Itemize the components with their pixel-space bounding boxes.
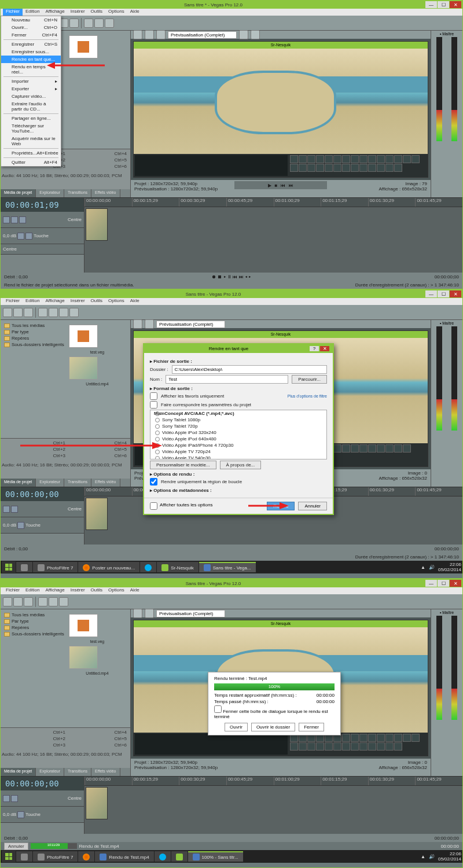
tray-vol-icon[interactable]: 🔊 [429,854,435,859]
format-item[interactable]: Vidéo Apple TV 540p30 [150,455,326,459]
tree-item[interactable]: Par type [3,329,67,335]
stop-icon[interactable]: ■ [275,183,278,188]
format-item[interactable]: Vidéo Apple iPad/iPhone 4 720p30 [150,442,326,448]
tool-icon[interactable] [69,19,79,28]
task-vegas[interactable]: Sans titre - Vega... [199,562,256,572]
tab-media[interactable]: Média de projet [1,189,36,197]
tool-icon[interactable] [59,308,68,317]
preview-tool-icon[interactable] [156,30,166,39]
tree-item[interactable]: Tous les médias [3,612,67,618]
menu-affichage[interactable]: Affichage [42,9,67,16]
preview-tool-icon[interactable] [133,319,142,329]
maximize-button[interactable]: ☐ [438,1,449,8]
open-folder-button[interactable]: Ouvrir le dossier [251,723,295,731]
mi-quit[interactable]: QuitterAlt+F4 [1,159,61,166]
minimize-button[interactable]: — [425,1,437,8]
tool-icon[interactable] [69,308,79,317]
taskbar-clock[interactable]: 22:0605/02/2014 [438,562,461,572]
menu-fichier[interactable]: Fichier [3,587,23,594]
mi-import[interactable]: Importer [1,78,61,85]
preview-quality-dropdown[interactable]: Prévisualisation (Complet) [156,321,225,328]
tool-icon[interactable] [3,308,12,317]
video-clip[interactable] [86,498,108,530]
task-vegas[interactable]: 100% - Sans titr... [188,851,243,862]
tray-up-icon[interactable]: ▲ [421,565,425,570]
menu-options[interactable]: Options [105,587,127,594]
mi-props[interactable]: Propriétés...Alt+Entrée [1,149,61,157]
tool-icon[interactable] [3,597,12,606]
more-filter-link[interactable]: Plus d'options de filtre [288,394,327,398]
mi-open[interactable]: Ouvrir...Ctrl+O [1,24,61,31]
tree-item[interactable]: Repères [3,624,67,631]
tree-item[interactable]: Par type [3,618,67,624]
task-nesquik[interactable] [171,851,188,862]
menu-outils[interactable]: Outils [88,298,105,305]
tool-icon[interactable] [13,597,23,606]
chk-loop-region[interactable] [150,478,157,486]
task-skype[interactable] [155,851,171,862]
tray-up-icon[interactable]: ▲ [421,854,425,859]
tool-icon[interactable] [94,19,104,28]
tool-icon[interactable] [84,19,93,28]
menu-options[interactable]: Options [105,298,127,305]
task-skype[interactable] [140,562,156,572]
tab-fx[interactable]: Effets vidéo [91,189,120,197]
chk-favorites[interactable] [150,392,157,400]
audio-track-header[interactable]: 0,0 dB Touche [1,228,84,244]
video-track-header[interactable]: Centre [1,790,84,807]
mi-capture[interactable]: Capturer vidéo... [1,93,61,100]
menu-inserer[interactable]: Insérer [68,298,88,305]
cancel-render-button[interactable]: Annuler [4,843,28,850]
tab-explorer[interactable]: Explorateur [36,189,64,197]
format-item[interactable]: Vidéo Apple iPod 640x480 [150,436,326,442]
format-item[interactable]: Sony Tablet 1080p [150,417,326,423]
menu-edition[interactable]: Edition [23,9,42,16]
tool-icon[interactable] [24,597,33,606]
menu-aide[interactable]: Aide [127,298,142,305]
mi-render-as[interactable]: Rendre en tant que... [1,56,61,63]
media-thumb[interactable] [69,35,98,58]
media-thumb[interactable] [69,325,98,348]
tray-vol-icon[interactable]: 🔊 [429,565,435,570]
taskbar-clock[interactable]: 22:0605/02/2014 [438,851,461,862]
menu-inserer[interactable]: Insérer [68,587,88,594]
mi-new[interactable]: NouveauCtrl+N [1,16,61,24]
tab-transitions[interactable]: Transitions [64,479,91,487]
tree-item[interactable]: Tous les médias [3,322,67,329]
maximize-button[interactable]: ☐ [438,290,449,297]
preview-tool-icon[interactable] [133,609,142,618]
format-item[interactable]: Vidéo Apple iPod 320x240 [150,429,326,436]
menu-edition[interactable]: Edition [23,298,42,305]
render-button[interactable]: Rendre [267,502,295,510]
play-icon[interactable]: ▶ [268,183,271,188]
timeline-tracks[interactable]: 00:00:00;0000:00:15;2900:00:30;2900:00:4… [84,777,462,834]
mi-youtube[interactable]: Télécharger sur YouTube... [1,122,61,135]
audio-track-header[interactable]: 0,0 dBTouche [1,807,84,823]
start-button[interactable] [2,561,16,573]
tool-icon[interactable] [38,597,47,606]
tree-item[interactable]: Sous-dossiers intelligents [3,341,67,348]
next-icon[interactable]: ⏭ [289,183,293,188]
menu-options[interactable]: Options [105,9,127,16]
menu-outils[interactable]: Outils [88,587,105,594]
tree-item[interactable]: Sous-dossiers intelligents [3,631,67,637]
tool-icon[interactable] [49,597,58,606]
menu-fichier[interactable]: Fichier [3,298,23,305]
menu-edition[interactable]: Edition [23,587,42,594]
mi-save[interactable]: EnregistrerCtrl+S [1,41,61,48]
tab-media[interactable]: Média de projet [1,479,36,487]
chk-match-project[interactable] [150,401,157,409]
format-list[interactable]: MainConcept AVC/AAC (*.mp4;*.avc) Sony T… [150,410,327,459]
customize-template-button[interactable]: Personnaliser le modèle... [150,461,216,469]
task-firefox[interactable]: Poster un nouveau... [78,562,139,572]
tool-icon[interactable] [49,308,58,317]
mi-close[interactable]: FermerCtrl+F4 [1,31,61,39]
media-thumb[interactable] [69,356,98,380]
preview-quality-dropdown[interactable]: Prévisualisation (Complet) [168,31,237,39]
name-input[interactable] [166,375,288,384]
mi-saveas[interactable]: Enregistrer sous... [1,48,61,56]
minimize-button[interactable]: — [425,290,437,297]
mi-extract-cd[interactable]: Extraire l'audio à partir du CD... [1,100,61,113]
cancel-button[interactable]: Annuler [298,502,327,510]
tool-icon[interactable] [24,308,33,317]
